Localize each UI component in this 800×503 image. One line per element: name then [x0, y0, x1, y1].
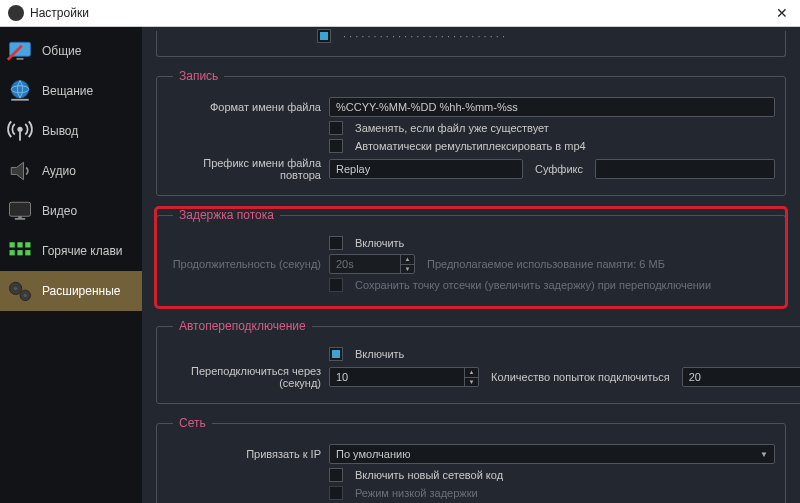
bind-ip-value: По умолчанию — [336, 448, 410, 460]
svg-rect-15 — [17, 250, 22, 255]
group-legend: Задержка потока — [173, 208, 280, 222]
bind-ip-label: Привязать к IP — [167, 448, 329, 460]
spinner-buttons: ▲▼ — [400, 255, 414, 273]
reconnect-delay-spinner[interactable]: 10 ▲▼ — [329, 367, 479, 387]
app-icon — [8, 5, 24, 21]
spinner-buttons[interactable]: ▲▼ — [464, 368, 478, 386]
delay-duration-label: Продолжительность (секунд) — [167, 258, 329, 270]
chevron-up-icon[interactable]: ▲ — [465, 368, 478, 378]
replay-suffix-input[interactable] — [595, 159, 775, 179]
truncated-label: · · · · · · · · · · · · · · · · · · · · … — [343, 30, 505, 42]
sidebar-item-stream[interactable]: Вещание — [0, 71, 142, 111]
truncated-checkbox[interactable] — [317, 29, 331, 43]
chevron-down-icon: ▼ — [760, 450, 768, 459]
reconnect-retries-label: Количество попыток подключиться — [485, 371, 676, 383]
sidebar-item-output[interactable]: Вывод — [0, 111, 142, 151]
group-network: Сеть Привязать к IP По умолчанию ▼ Включ… — [156, 416, 786, 503]
chevron-down-icon: ▼ — [401, 265, 414, 274]
sidebar-item-label: Общие — [42, 44, 81, 58]
svg-rect-11 — [10, 242, 15, 247]
reconnect-retries-spinner[interactable]: 20 ▲▼ — [682, 367, 800, 387]
monitor2-icon — [4, 195, 36, 227]
sidebar-item-label: Вещание — [42, 84, 93, 98]
speaker-icon — [4, 155, 36, 187]
low-latency-label: Режим низкой задержки — [355, 487, 478, 499]
close-icon[interactable]: ✕ — [772, 5, 792, 21]
remux-label[interactable]: Автоматически ремультиплексировать в mp4 — [355, 140, 586, 152]
sidebar: Общие Вещание Вывод Аудио Видео Горячие … — [0, 27, 142, 503]
chevron-up-icon: ▲ — [401, 255, 414, 265]
svg-rect-9 — [15, 218, 26, 220]
group-legend: Запись — [173, 69, 224, 83]
sidebar-item-label: Аудио — [42, 164, 76, 178]
reconnect-retries-value: 20 — [689, 371, 800, 383]
sidebar-item-video[interactable]: Видео — [0, 191, 142, 231]
overwrite-label[interactable]: Заменять, если файл уже существует — [355, 122, 549, 134]
reconnect-delay-value: 10 — [336, 371, 464, 383]
window-title: Настройки — [30, 6, 89, 20]
svg-rect-5 — [11, 99, 29, 101]
content-pane: · · · · · · · · · · · · · · · · · · · · … — [142, 27, 800, 503]
sidebar-item-label: Горячие клави — [42, 244, 123, 258]
monitor-icon — [4, 35, 36, 67]
overwrite-checkbox[interactable] — [329, 121, 343, 135]
svg-rect-10 — [18, 216, 22, 218]
delay-preserve-checkbox — [329, 278, 343, 292]
sidebar-item-label: Видео — [42, 204, 77, 218]
delay-memory-label: Предполагаемое использование памяти: 6 М… — [421, 258, 671, 270]
sidebar-item-general[interactable]: Общие — [0, 31, 142, 71]
delay-duration-value: 20s — [336, 258, 400, 270]
replay-prefix-input[interactable] — [329, 159, 523, 179]
globe-icon — [4, 75, 36, 107]
delay-preserve-label: Сохранить точку отсечки (увеличить задер… — [355, 279, 711, 291]
new-netcode-checkbox[interactable] — [329, 468, 343, 482]
group-stream-delay: Задержка потока Включить Продолжительнос… — [156, 208, 786, 307]
delay-enable-label[interactable]: Включить — [355, 237, 404, 249]
filename-format-input[interactable] — [329, 97, 775, 117]
group-recording: Запись Формат имени файла Заменять, если… — [156, 69, 786, 196]
truncated-group: · · · · · · · · · · · · · · · · · · · · … — [156, 31, 786, 57]
replay-prefix-label: Префикс имени файла повтора — [167, 157, 329, 181]
svg-point-20 — [24, 294, 28, 298]
svg-rect-8 — [10, 202, 31, 216]
low-latency-checkbox — [329, 486, 343, 500]
delay-duration-spinner: 20s ▲▼ — [329, 254, 415, 274]
sidebar-item-advanced[interactable]: Расширенные — [0, 271, 142, 311]
new-netcode-label[interactable]: Включить новый сетевой код — [355, 469, 503, 481]
sidebar-item-hotkeys[interactable]: Горячие клави — [0, 231, 142, 271]
group-legend: Сеть — [173, 416, 212, 430]
remux-checkbox[interactable] — [329, 139, 343, 153]
svg-rect-1 — [17, 58, 24, 60]
svg-rect-12 — [17, 242, 22, 247]
group-reconnect: Автопереподключение Включить Переподключ… — [156, 319, 800, 404]
svg-rect-7 — [19, 132, 21, 141]
reconnect-delay-label: Переподключиться через (секунд) — [167, 365, 329, 389]
sidebar-item-label: Расширенные — [42, 284, 121, 298]
group-legend: Автопереподключение — [173, 319, 312, 333]
broadcast-icon — [4, 115, 36, 147]
titlebar: Настройки ✕ — [0, 0, 800, 27]
svg-rect-16 — [25, 250, 30, 255]
gears-icon — [4, 275, 36, 307]
sidebar-item-label: Вывод — [42, 124, 78, 138]
filename-format-label: Формат имени файла — [167, 101, 329, 113]
replay-suffix-label: Суффикс — [529, 163, 589, 175]
svg-rect-13 — [25, 242, 30, 247]
reconnect-enable-label[interactable]: Включить — [355, 348, 404, 360]
chevron-down-icon[interactable]: ▼ — [465, 378, 478, 387]
sidebar-item-audio[interactable]: Аудио — [0, 151, 142, 191]
svg-point-19 — [14, 287, 18, 291]
svg-rect-14 — [10, 250, 15, 255]
delay-enable-checkbox[interactable] — [329, 236, 343, 250]
svg-point-3 — [11, 81, 29, 99]
grid-icon — [4, 235, 36, 267]
bind-ip-select[interactable]: По умолчанию ▼ — [329, 444, 775, 464]
svg-point-6 — [17, 127, 22, 132]
reconnect-enable-checkbox[interactable] — [329, 347, 343, 361]
